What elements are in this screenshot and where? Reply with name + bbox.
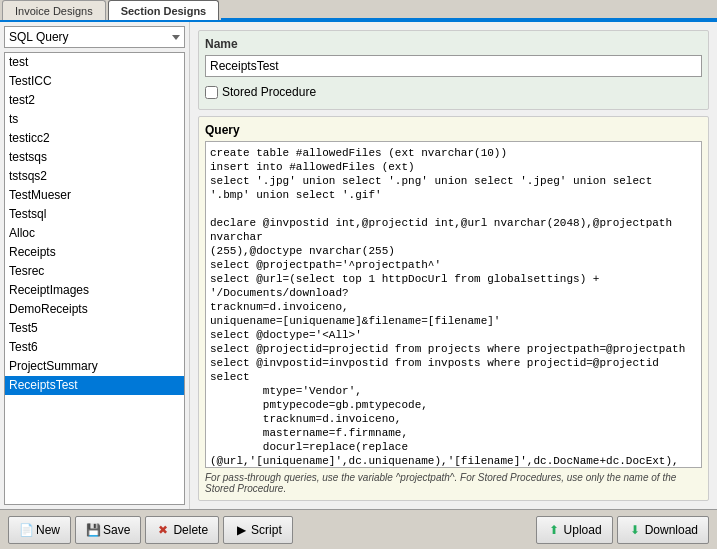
footer-left-buttons: 📄 New 💾 Save ✖ Delete ▶ Script: [8, 516, 293, 544]
tab-section-designs[interactable]: Section Designs: [108, 0, 220, 20]
items-list[interactable]: testTestICCtest2tstesticc2testsqststsqs2…: [4, 52, 185, 505]
script-icon: ▶: [234, 523, 248, 537]
delete-icon: ✖: [156, 523, 170, 537]
footer-toolbar: 📄 New 💾 Save ✖ Delete ▶ Script ⬆ Upload …: [0, 509, 717, 549]
stored-procedure-label: Stored Procedure: [222, 85, 316, 99]
name-label: Name: [205, 37, 702, 51]
name-field-group: Name Stored Procedure: [205, 37, 702, 103]
stored-procedure-checkbox[interactable]: [205, 86, 218, 99]
tab-section-label: Section Designs: [121, 5, 207, 17]
hint-text: For pass-through queries, use the variab…: [205, 472, 702, 494]
list-item[interactable]: test2: [5, 91, 184, 110]
list-item[interactable]: Test5: [5, 319, 184, 338]
list-item[interactable]: DemoReceipts: [5, 300, 184, 319]
upload-icon: ⬆: [547, 523, 561, 537]
new-icon: 📄: [19, 523, 33, 537]
list-item[interactable]: ReceiptsTest: [5, 376, 184, 395]
download-label: Download: [645, 523, 698, 537]
list-item[interactable]: TestICC: [5, 72, 184, 91]
name-section: Name Stored Procedure: [198, 30, 709, 110]
tab-spacer: [221, 18, 717, 20]
list-item[interactable]: TestMueser: [5, 186, 184, 205]
left-panel: SQL Query testTestICCtest2tstesticc2test…: [0, 22, 190, 509]
tab-invoice-label: Invoice Designs: [15, 5, 93, 17]
name-input[interactable]: [205, 55, 702, 77]
tab-bar: Invoice Designs Section Designs: [0, 0, 717, 22]
list-item[interactable]: Tesrec: [5, 262, 184, 281]
main-layout: SQL Query testTestICCtest2tstesticc2test…: [0, 22, 717, 509]
list-item[interactable]: testicc2: [5, 129, 184, 148]
upload-button[interactable]: ⬆ Upload: [536, 516, 613, 544]
new-label: New: [36, 523, 60, 537]
new-button[interactable]: 📄 New: [8, 516, 71, 544]
list-item[interactable]: test: [5, 53, 184, 72]
right-panel: Name Stored Procedure Query For pass-thr…: [190, 22, 717, 509]
list-item[interactable]: Testsql: [5, 205, 184, 224]
upload-label: Upload: [564, 523, 602, 537]
tab-invoice-designs[interactable]: Invoice Designs: [2, 0, 106, 20]
list-item[interactable]: ProjectSummary: [5, 357, 184, 376]
list-item[interactable]: Alloc: [5, 224, 184, 243]
query-label: Query: [205, 123, 702, 137]
download-icon: ⬇: [628, 523, 642, 537]
list-item[interactable]: Receipts: [5, 243, 184, 262]
list-item[interactable]: Test6: [5, 338, 184, 357]
save-button[interactable]: 💾 Save: [75, 516, 141, 544]
script-button[interactable]: ▶ Script: [223, 516, 293, 544]
list-item[interactable]: ReceiptImages: [5, 281, 184, 300]
query-type-container: SQL Query: [4, 26, 185, 48]
script-label: Script: [251, 523, 282, 537]
query-type-dropdown[interactable]: SQL Query: [4, 26, 185, 48]
list-item[interactable]: ts: [5, 110, 184, 129]
list-item[interactable]: testsqs: [5, 148, 184, 167]
delete-button[interactable]: ✖ Delete: [145, 516, 219, 544]
stored-procedure-row: Stored Procedure: [205, 81, 702, 103]
delete-label: Delete: [173, 523, 208, 537]
download-button[interactable]: ⬇ Download: [617, 516, 709, 544]
query-textarea[interactable]: [205, 141, 702, 468]
save-label: Save: [103, 523, 130, 537]
list-item[interactable]: tstsqs2: [5, 167, 184, 186]
query-section: Query For pass-through queries, use the …: [198, 116, 709, 501]
footer-right-buttons: ⬆ Upload ⬇ Download: [536, 516, 709, 544]
save-icon: 💾: [86, 523, 100, 537]
